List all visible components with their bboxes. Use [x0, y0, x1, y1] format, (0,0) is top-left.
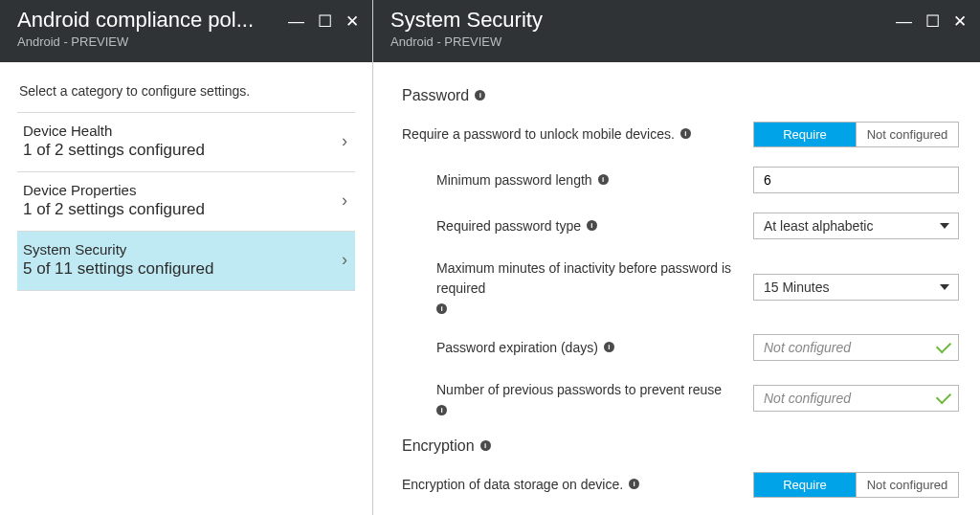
category-prompt: Select a category to configure settings. [19, 83, 355, 99]
category-name: System Security [23, 241, 342, 258]
blade-left: Android compliance pol... Android - PREV… [0, 0, 373, 515]
select-value: At least alphabetic [753, 213, 959, 239]
segment-require[interactable]: Require [754, 123, 856, 146]
category-status: 5 of 11 settings configured [23, 259, 342, 279]
chevron-right-icon: › [342, 190, 347, 211]
close-icon[interactable]: ✕ [345, 13, 359, 30]
segment-not-configured[interactable]: Not configured [856, 473, 958, 497]
info-icon[interactable]: i [604, 342, 614, 352]
input-value: Not configured [753, 334, 959, 361]
max-inactivity-select[interactable]: 15 Minutes [753, 274, 959, 301]
category-device-health[interactable]: Device Health 1 of 2 settings configured… [17, 113, 355, 172]
category-status: 1 of 2 settings configured [23, 200, 342, 219]
section-password-heading: Password i [402, 87, 959, 104]
close-icon[interactable]: ✕ [953, 13, 967, 30]
setting-password-expiration: Password expiration (days) i Not configu… [402, 334, 959, 361]
setting-require-password: Require a password to unlock mobile devi… [402, 122, 959, 147]
setting-encryption-storage: Encryption of data storage on device. i … [402, 472, 959, 498]
section-encryption-heading: Encryption i [402, 437, 959, 455]
info-icon[interactable]: i [480, 440, 491, 451]
setting-label: Require a password to unlock mobile devi… [402, 124, 675, 145]
maximize-icon[interactable]: ☐ [318, 13, 332, 30]
minimize-icon[interactable]: — [896, 13, 912, 30]
section-heading-text: Encryption [402, 437, 475, 455]
setting-max-inactivity: Maximum minutes of inactivity before pas… [402, 258, 959, 315]
category-status: 1 of 2 settings configured [23, 141, 342, 160]
blade-left-header: Android compliance pol... Android - PREV… [0, 0, 372, 62]
blade-right-subtitle: Android - PREVIEW [390, 34, 888, 49]
setting-password-type: Required password type i At least alphab… [402, 213, 959, 239]
blade-right: System Security Android - PREVIEW — ☐ ✕ … [373, 0, 980, 515]
setting-label: Encryption of data storage on device. [402, 475, 623, 495]
category-device-properties[interactable]: Device Properties 1 of 2 settings config… [17, 172, 355, 232]
info-icon[interactable]: i [629, 479, 639, 489]
setting-label: Password expiration (days) [436, 338, 598, 358]
maximize-icon[interactable]: ☐ [925, 13, 940, 30]
require-password-toggle[interactable]: Require Not configured [753, 122, 959, 147]
info-icon[interactable]: i [598, 174, 609, 185]
category-name: Device Properties [23, 182, 342, 198]
segment-not-configured[interactable]: Not configured [856, 123, 958, 146]
chevron-right-icon: › [342, 250, 347, 270]
password-reuse-input[interactable]: Not configured [753, 385, 959, 412]
input-value: Not configured [753, 385, 959, 412]
info-icon[interactable]: i [436, 303, 447, 314]
setting-label: Number of previous passwords to prevent … [436, 380, 722, 400]
setting-password-reuse: Number of previous passwords to prevent … [402, 380, 959, 416]
info-icon[interactable]: i [436, 405, 447, 415]
blade-right-header: System Security Android - PREVIEW — ☐ ✕ [373, 0, 980, 62]
setting-label: Maximum minutes of inactivity before pas… [436, 258, 738, 299]
blade-left-title: Android compliance pol... [17, 8, 280, 33]
section-heading-text: Password [402, 87, 469, 104]
setting-label: Required password type [436, 216, 581, 236]
min-password-length-input[interactable] [753, 167, 959, 193]
password-expiration-input[interactable]: Not configured [753, 334, 959, 361]
select-value: 15 Minutes [753, 274, 959, 301]
setting-label: Minimum password length [436, 170, 592, 190]
blade-left-subtitle: Android - PREVIEW [17, 34, 280, 49]
info-icon[interactable]: i [475, 90, 485, 101]
chevron-right-icon: › [342, 131, 347, 151]
info-icon[interactable]: i [587, 220, 597, 231]
blade-right-title: System Security [390, 8, 888, 33]
setting-min-password-length: Minimum password length i [402, 167, 959, 193]
category-name: Device Health [23, 123, 342, 139]
minimize-icon[interactable]: — [288, 13, 304, 30]
password-type-select[interactable]: At least alphabetic [753, 213, 959, 239]
segment-require[interactable]: Require [754, 473, 856, 497]
encryption-storage-toggle[interactable]: Require Not configured [753, 472, 959, 498]
info-icon[interactable]: i [680, 128, 691, 139]
category-list: Device Health 1 of 2 settings configured… [17, 112, 355, 291]
category-system-security[interactable]: System Security 5 of 11 settings configu… [17, 232, 355, 291]
